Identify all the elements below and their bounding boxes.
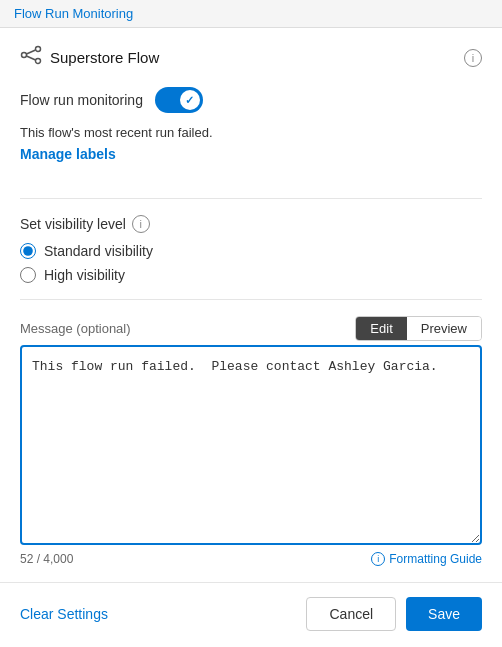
svg-point-2 (36, 59, 41, 64)
visibility-info-icon[interactable]: i (132, 215, 150, 233)
breadcrumb: Flow Run Monitoring (0, 0, 502, 28)
visibility-label: Set visibility level (20, 216, 126, 232)
flow-title-row: Superstore Flow (20, 44, 159, 71)
monitoring-row: Flow run monitoring ✓ (20, 87, 482, 113)
svg-line-4 (27, 56, 36, 60)
radio-high-label: High visibility (44, 267, 125, 283)
clear-settings-button[interactable]: Clear Settings (20, 606, 108, 622)
message-label: Message (optional) (20, 321, 131, 336)
formatting-guide-label: Formatting Guide (389, 552, 482, 566)
char-count: 52 / 4,000 (20, 552, 73, 566)
toggle-check-icon: ✓ (185, 94, 194, 107)
radio-standard-label: Standard visibility (44, 243, 153, 259)
radio-standard-input[interactable] (20, 243, 36, 259)
radio-high-input[interactable] (20, 267, 36, 283)
message-footer: 52 / 4,000 i Formatting Guide (20, 552, 482, 566)
formatting-info-icon: i (371, 552, 385, 566)
monitoring-toggle[interactable]: ✓ (155, 87, 203, 113)
breadcrumb-text: Flow Run Monitoring (14, 6, 133, 21)
monitoring-label: Flow run monitoring (20, 92, 143, 108)
formatting-guide-link[interactable]: i Formatting Guide (371, 552, 482, 566)
save-button[interactable]: Save (406, 597, 482, 631)
message-section: Message (optional) Edit Preview 52 / 4,0… (20, 316, 482, 566)
message-header: Message (optional) Edit Preview (20, 316, 482, 341)
flow-header: Superstore Flow i (20, 44, 482, 71)
action-bar: Clear Settings Cancel Save (0, 582, 502, 645)
svg-line-3 (27, 50, 36, 54)
radio-standard[interactable]: Standard visibility (20, 243, 482, 259)
divider-2 (20, 299, 482, 300)
tab-preview[interactable]: Preview (407, 317, 481, 340)
divider (20, 198, 482, 199)
tab-edit[interactable]: Edit (356, 317, 406, 340)
svg-point-0 (22, 53, 27, 58)
radio-high[interactable]: High visibility (20, 267, 482, 283)
manage-labels-link[interactable]: Manage labels (20, 146, 116, 162)
message-textarea[interactable] (20, 345, 482, 545)
visibility-section: Set visibility level i Standard visibili… (20, 215, 482, 283)
tab-group: Edit Preview (355, 316, 482, 341)
cancel-button[interactable]: Cancel (306, 597, 396, 631)
flow-icon (20, 44, 42, 71)
radio-group: Standard visibility High visibility (20, 243, 482, 283)
status-message: This flow's most recent run failed. (20, 125, 482, 140)
right-actions: Cancel Save (306, 597, 482, 631)
flow-info-icon[interactable]: i (464, 49, 482, 67)
flow-name: Superstore Flow (50, 49, 159, 66)
visibility-label-row: Set visibility level i (20, 215, 482, 233)
svg-point-1 (36, 47, 41, 52)
